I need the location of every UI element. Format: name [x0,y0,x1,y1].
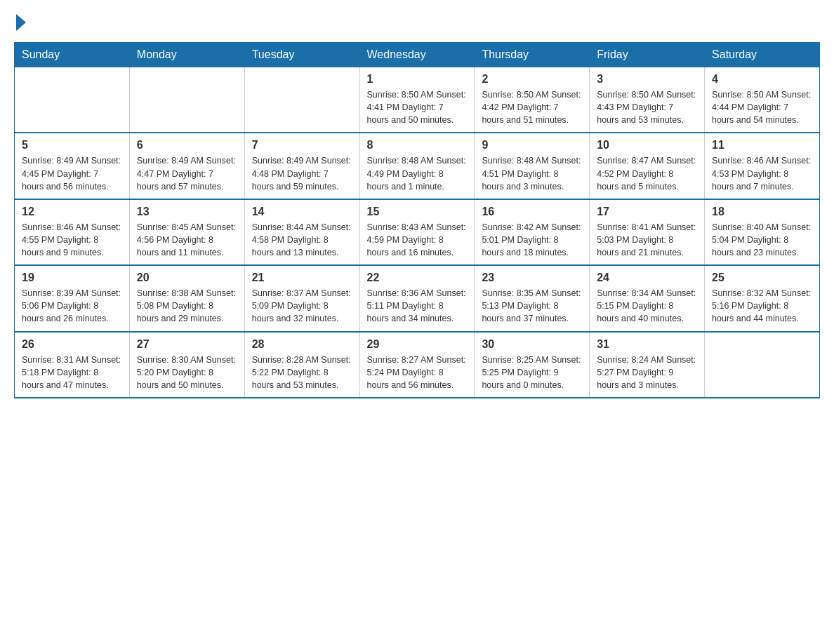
day-number: 15 [367,206,468,218]
day-number: 24 [597,271,697,284]
col-saturday: Saturday [705,43,820,67]
day-number: 19 [22,271,122,284]
day-number: 14 [252,206,352,218]
day-info: Sunrise: 8:30 AM Sunset: 5:20 PM Dayligh… [137,354,237,391]
day-info: Sunrise: 8:40 AM Sunset: 5:04 PM Dayligh… [712,221,812,259]
calendar-cell: 10Sunrise: 8:47 AM Sunset: 4:52 PM Dayli… [590,133,705,199]
day-info: Sunrise: 8:36 AM Sunset: 5:11 PM Dayligh… [367,287,468,325]
day-info: Sunrise: 8:48 AM Sunset: 4:49 PM Dayligh… [367,154,468,192]
calendar-cell: 26Sunrise: 8:31 AM Sunset: 5:18 PM Dayli… [15,332,130,398]
calendar-cell: 5Sunrise: 8:49 AM Sunset: 4:45 PM Daylig… [15,133,130,199]
logo [14,14,26,35]
day-number: 26 [22,338,122,351]
calendar-cell: 3Sunrise: 8:50 AM Sunset: 4:43 PM Daylig… [590,67,705,133]
day-info: Sunrise: 8:27 AM Sunset: 5:24 PM Dayligh… [367,354,468,391]
day-info: Sunrise: 8:50 AM Sunset: 4:41 PM Dayligh… [367,88,468,126]
day-info: Sunrise: 8:46 AM Sunset: 4:53 PM Dayligh… [712,154,812,192]
day-info: Sunrise: 8:50 AM Sunset: 4:43 PM Dayligh… [597,88,697,126]
day-number: 11 [712,139,812,152]
day-info: Sunrise: 8:24 AM Sunset: 5:27 PM Dayligh… [597,354,697,391]
calendar-cell: 29Sunrise: 8:27 AM Sunset: 5:24 PM Dayli… [359,332,475,398]
day-number: 7 [252,139,352,152]
calendar-table: Sunday Monday Tuesday Wednesday Thursday… [14,42,820,398]
day-info: Sunrise: 8:35 AM Sunset: 5:13 PM Dayligh… [482,287,582,325]
day-info: Sunrise: 8:41 AM Sunset: 5:03 PM Dayligh… [597,221,697,259]
calendar-cell: 22Sunrise: 8:36 AM Sunset: 5:11 PM Dayli… [359,265,475,331]
calendar-week-3: 12Sunrise: 8:46 AM Sunset: 4:55 PM Dayli… [15,199,820,265]
day-number: 1 [367,73,468,86]
day-info: Sunrise: 8:31 AM Sunset: 5:18 PM Dayligh… [22,354,122,391]
page-header [14,14,820,35]
calendar-cell: 7Sunrise: 8:49 AM Sunset: 4:48 PM Daylig… [244,133,359,199]
day-info: Sunrise: 8:49 AM Sunset: 4:47 PM Dayligh… [137,154,237,192]
col-tuesday: Tuesday [244,43,359,67]
calendar-cell: 9Sunrise: 8:48 AM Sunset: 4:51 PM Daylig… [475,133,590,199]
day-number: 2 [482,73,582,86]
day-info: Sunrise: 8:43 AM Sunset: 4:59 PM Dayligh… [367,221,468,259]
day-number: 30 [482,338,582,351]
calendar-cell [705,332,820,398]
calendar-body: 1Sunrise: 8:50 AM Sunset: 4:41 PM Daylig… [15,67,820,398]
day-number: 10 [597,139,697,152]
day-number: 3 [597,73,697,86]
day-number: 12 [22,206,122,218]
day-number: 20 [137,271,237,284]
calendar-cell: 12Sunrise: 8:46 AM Sunset: 4:55 PM Dayli… [15,199,130,265]
col-wednesday: Wednesday [359,43,475,67]
calendar-cell: 1Sunrise: 8:50 AM Sunset: 4:41 PM Daylig… [359,67,475,133]
calendar-cell: 13Sunrise: 8:45 AM Sunset: 4:56 PM Dayli… [129,199,244,265]
calendar-cell: 2Sunrise: 8:50 AM Sunset: 4:42 PM Daylig… [475,67,590,133]
calendar-cell: 6Sunrise: 8:49 AM Sunset: 4:47 PM Daylig… [129,133,244,199]
calendar-cell: 8Sunrise: 8:48 AM Sunset: 4:49 PM Daylig… [359,133,475,199]
calendar-cell [244,67,359,133]
day-number: 13 [137,206,237,218]
day-info: Sunrise: 8:46 AM Sunset: 4:55 PM Dayligh… [22,221,122,259]
day-number: 6 [137,139,237,152]
calendar-week-2: 5Sunrise: 8:49 AM Sunset: 4:45 PM Daylig… [15,133,820,199]
calendar-week-5: 26Sunrise: 8:31 AM Sunset: 5:18 PM Dayli… [15,332,820,398]
day-info: Sunrise: 8:49 AM Sunset: 4:48 PM Dayligh… [252,154,352,192]
day-info: Sunrise: 8:50 AM Sunset: 4:44 PM Dayligh… [712,88,812,126]
calendar-cell: 19Sunrise: 8:39 AM Sunset: 5:06 PM Dayli… [15,265,130,331]
day-info: Sunrise: 8:25 AM Sunset: 5:25 PM Dayligh… [482,354,582,391]
logo-triangle-icon [16,14,26,31]
day-info: Sunrise: 8:34 AM Sunset: 5:15 PM Dayligh… [597,287,697,325]
day-number: 18 [712,206,812,218]
day-info: Sunrise: 8:28 AM Sunset: 5:22 PM Dayligh… [252,354,352,391]
calendar-cell: 11Sunrise: 8:46 AM Sunset: 4:53 PM Dayli… [705,133,820,199]
day-info: Sunrise: 8:48 AM Sunset: 4:51 PM Dayligh… [482,154,582,192]
calendar-cell [129,67,244,133]
day-number: 8 [367,139,468,152]
calendar-cell: 17Sunrise: 8:41 AM Sunset: 5:03 PM Dayli… [590,199,705,265]
day-info: Sunrise: 8:42 AM Sunset: 5:01 PM Dayligh… [482,221,582,259]
calendar-cell: 4Sunrise: 8:50 AM Sunset: 4:44 PM Daylig… [705,67,820,133]
day-number: 21 [252,271,352,284]
day-info: Sunrise: 8:47 AM Sunset: 4:52 PM Dayligh… [597,154,697,192]
col-monday: Monday [129,43,244,67]
day-number: 31 [597,338,697,351]
calendar-cell: 14Sunrise: 8:44 AM Sunset: 4:58 PM Dayli… [244,199,359,265]
day-number: 27 [137,338,237,351]
calendar-header-row: Sunday Monday Tuesday Wednesday Thursday… [15,43,820,67]
day-number: 5 [22,139,122,152]
day-number: 9 [482,139,582,152]
calendar-cell: 23Sunrise: 8:35 AM Sunset: 5:13 PM Dayli… [475,265,590,331]
calendar-cell: 24Sunrise: 8:34 AM Sunset: 5:15 PM Dayli… [590,265,705,331]
calendar-week-4: 19Sunrise: 8:39 AM Sunset: 5:06 PM Dayli… [15,265,820,331]
calendar-cell: 25Sunrise: 8:32 AM Sunset: 5:16 PM Dayli… [705,265,820,331]
calendar-cell: 21Sunrise: 8:37 AM Sunset: 5:09 PM Dayli… [244,265,359,331]
day-number: 17 [597,206,697,218]
day-info: Sunrise: 8:50 AM Sunset: 4:42 PM Dayligh… [482,88,582,126]
calendar-cell [15,67,130,133]
calendar-cell: 15Sunrise: 8:43 AM Sunset: 4:59 PM Dayli… [359,199,475,265]
col-friday: Friday [590,43,705,67]
day-info: Sunrise: 8:45 AM Sunset: 4:56 PM Dayligh… [137,221,237,259]
calendar-week-1: 1Sunrise: 8:50 AM Sunset: 4:41 PM Daylig… [15,67,820,133]
day-number: 23 [482,271,582,284]
calendar-cell: 20Sunrise: 8:38 AM Sunset: 5:08 PM Dayli… [129,265,244,331]
col-sunday: Sunday [15,43,130,67]
day-number: 16 [482,206,582,218]
day-info: Sunrise: 8:39 AM Sunset: 5:06 PM Dayligh… [22,287,122,325]
day-info: Sunrise: 8:37 AM Sunset: 5:09 PM Dayligh… [252,287,352,325]
day-number: 22 [367,271,468,284]
